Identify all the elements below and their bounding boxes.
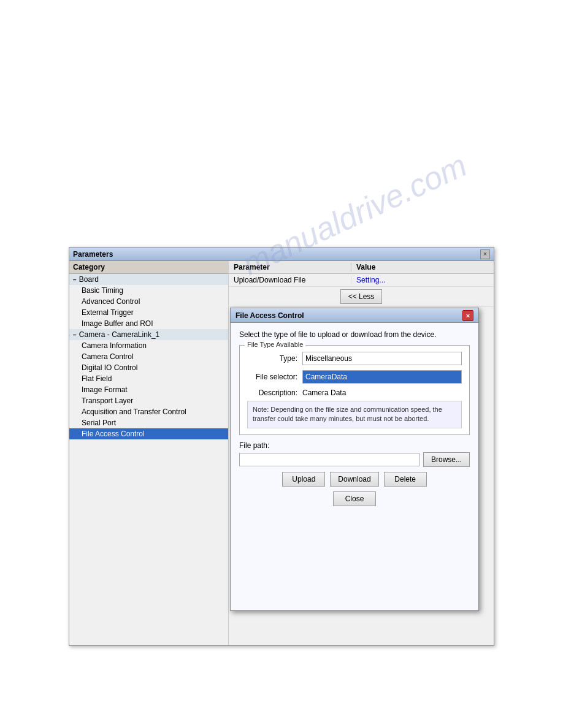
sidebar-item-acquisition-transfer-label: Acquisition and Transfer Control: [82, 408, 186, 416]
column-headers: Parameter Value: [229, 261, 494, 274]
sidebar-item-advanced-control[interactable]: Advanced Control: [69, 296, 228, 307]
sidebar-item-camera-control-label: Camera Control: [82, 352, 134, 361]
sidebar-item-image-buffer-roi[interactable]: Image Buffer and ROI: [69, 318, 228, 329]
sidebar-item-basic-timing[interactable]: Basic Timing: [69, 285, 228, 296]
sidebar-item-digital-io-control-label: Digital IO Control: [82, 363, 137, 372]
sidebar-item-transport-layer[interactable]: Transport Layer: [69, 395, 228, 406]
sidebar-item-transport-layer-label: Transport Layer: [82, 396, 133, 405]
group-box-label: File Type Available: [245, 341, 305, 348]
sidebar-item-acquisition-transfer[interactable]: Acquisition and Transfer Control: [69, 406, 228, 417]
toggle-icon: −: [73, 276, 77, 283]
sidebar-item-flat-field-label: Flat Field: [82, 374, 112, 383]
sidebar-item-board-label: Board: [79, 275, 99, 284]
dialog-close-button[interactable]: ×: [462, 310, 473, 321]
file-path-label: File path:: [239, 441, 470, 450]
sidebar-item-external-trigger-label: External Trigger: [82, 308, 134, 317]
type-select[interactable]: Miscellaneous: [302, 352, 462, 365]
window-titlebar: Parameters ×: [69, 248, 494, 261]
action-buttons-row: Upload Download Delete: [239, 472, 470, 487]
sidebar-item-flat-field[interactable]: Flat Field: [69, 373, 228, 384]
type-label: Type:: [247, 354, 302, 363]
sidebar-item-serial-port[interactable]: Serial Port: [69, 417, 228, 428]
sidebar-item-advanced-control-label: Advanced Control: [82, 297, 140, 306]
close-button-row: Close: [239, 491, 470, 506]
sidebar-item-camera-cameralink[interactable]: − Camera - CameraLink_1: [69, 329, 228, 340]
sidebar-item-file-access-control[interactable]: File Access Control: [69, 428, 228, 439]
column-parameter: Parameter: [229, 263, 351, 271]
type-select-wrapper: Miscellaneous: [302, 352, 462, 365]
sidebar-item-file-access-control-label: File Access Control: [82, 430, 145, 438]
description-row: Description: Camera Data: [247, 389, 462, 397]
type-row: Type: Miscellaneous: [247, 352, 462, 365]
sidebar-item-image-format-label: Image Format: [82, 385, 128, 394]
column-value: Value: [351, 263, 380, 271]
param-value-upload-download[interactable]: Setting...: [351, 276, 390, 284]
file-type-available-group: File Type Available Type: Miscellaneous …: [239, 345, 470, 435]
toggle-icon-camera: −: [73, 332, 77, 338]
description-value: Camera Data: [302, 389, 346, 397]
category-panel: Category − Board Basic Timing Advanced C…: [69, 261, 229, 645]
file-path-section: File path: Browse...: [239, 441, 470, 467]
sidebar-item-image-format[interactable]: Image Format: [69, 384, 228, 395]
sidebar-item-digital-io-control[interactable]: Digital IO Control: [69, 362, 228, 373]
file-selector-wrapper: CameraData: [302, 370, 462, 384]
less-btn-row: << Less: [229, 287, 494, 307]
sidebar-item-camera-information[interactable]: Camera Information: [69, 340, 228, 351]
window-close-button[interactable]: ×: [480, 249, 490, 259]
file-selector-label: File selector:: [247, 373, 302, 381]
file-selector-select[interactable]: CameraData: [302, 370, 462, 384]
dialog-titlebar: File Access Control ×: [231, 308, 478, 323]
category-header: Category: [69, 261, 228, 274]
dialog-description: Select the type of file to upload or dow…: [239, 330, 470, 339]
dialog-body: Select the type of file to upload or dow…: [231, 323, 478, 514]
file-access-dialog: File Access Control × Select the type of…: [230, 308, 479, 611]
window-title: Parameters: [73, 250, 113, 259]
sidebar-item-camera-control[interactable]: Camera Control: [69, 351, 228, 362]
param-name-upload-download: Upload/Download File: [229, 276, 351, 284]
sidebar-item-camera-cameralink-label: Camera - CameraLink_1: [79, 330, 159, 339]
file-selector-row: File selector: CameraData: [247, 370, 462, 384]
param-row-upload-download: Upload/Download File Setting...: [229, 274, 494, 287]
file-path-input[interactable]: [239, 453, 419, 466]
description-label: Description:: [247, 389, 302, 397]
delete-button[interactable]: Delete: [384, 472, 427, 487]
sidebar-item-camera-information-label: Camera Information: [82, 341, 147, 350]
less-button[interactable]: << Less: [340, 289, 383, 304]
upload-button[interactable]: Upload: [282, 472, 325, 487]
sidebar-item-external-trigger[interactable]: External Trigger: [69, 307, 228, 318]
download-button[interactable]: Download: [330, 472, 378, 487]
browse-button[interactable]: Browse...: [423, 452, 470, 467]
sidebar-item-serial-port-label: Serial Port: [82, 419, 116, 427]
sidebar-item-board[interactable]: − Board: [69, 274, 228, 285]
note-box: Note: Depending on the file size and com…: [247, 401, 462, 428]
file-path-row: Browse...: [239, 452, 470, 467]
sidebar-item-basic-timing-label: Basic Timing: [82, 286, 123, 295]
close-button[interactable]: Close: [333, 491, 376, 506]
sidebar-item-image-buffer-roi-label: Image Buffer and ROI: [82, 319, 153, 328]
dialog-title: File Access Control: [236, 311, 304, 320]
